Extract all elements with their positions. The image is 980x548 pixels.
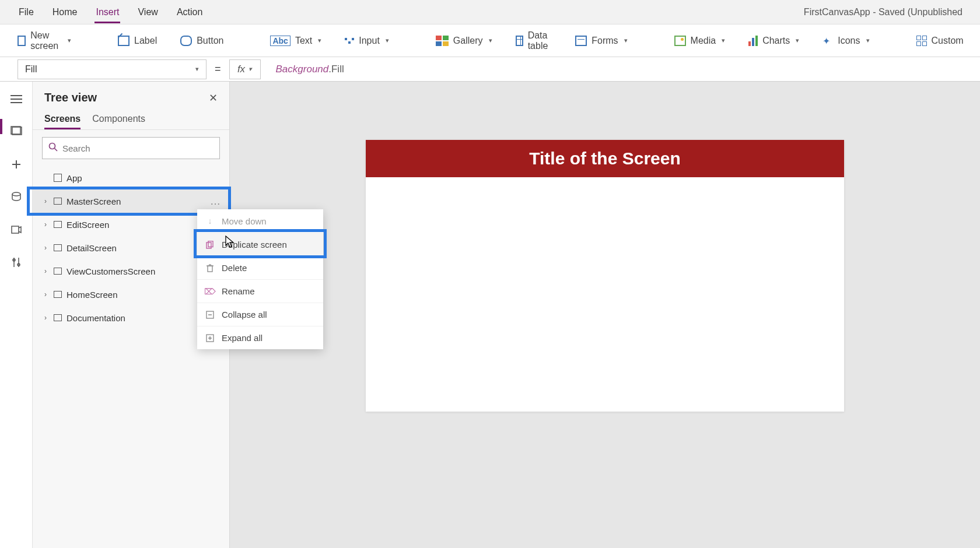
equals-sign: = [215, 63, 221, 75]
screen-icon [54, 244, 62, 251]
new-screen-button[interactable]: New screen ▾ [18, 30, 71, 51]
media-button[interactable]: Media ▾ [674, 36, 726, 46]
charts-button[interactable]: Charts ▾ [748, 36, 799, 46]
screen-canvas[interactable]: Title of the Screen [366, 140, 844, 412]
arrow-down-icon: ↓ [205, 216, 215, 226]
property-select[interactable]: Fill ▾ [18, 59, 206, 79]
label-text: Label [134, 36, 157, 46]
input-label: Input [359, 36, 380, 46]
ctx-delete[interactable]: Delete [197, 256, 323, 279]
ctx-label: Collapse all [222, 310, 267, 319]
expand-icon[interactable]: › [42, 220, 49, 229]
custom-button[interactable]: Custom [916, 36, 964, 46]
text-label: Text [295, 36, 312, 46]
input-button[interactable]: Input ▾ [345, 36, 389, 46]
tree-item-label: DetailScreen [66, 243, 117, 253]
icons-label: Icons [838, 36, 860, 46]
tree-item-label: ViewCustomersScreen [66, 266, 155, 276]
label-button[interactable]: Label [118, 36, 157, 46]
formula-bar: Fill ▾ = fx ▾ Background.Fill [0, 57, 980, 82]
more-options-icon[interactable]: … [210, 195, 221, 208]
datatable-button[interactable]: Data table [516, 30, 552, 51]
button-button[interactable]: Button [180, 36, 223, 46]
search-box[interactable] [42, 137, 220, 159]
search-input[interactable] [62, 143, 214, 153]
icons-icon [822, 36, 833, 46]
chevron-down-icon: ▾ [796, 37, 799, 44]
context-menu: ↓ Move down Duplicate screen Delete ⌦ Re… [197, 209, 323, 349]
gallery-button[interactable]: Gallery ▾ [436, 36, 492, 46]
chevron-down-icon: ▾ [249, 65, 252, 73]
ctx-move-down: ↓ Move down [197, 209, 323, 233]
input-icon [345, 38, 354, 44]
chevron-down-icon: ▾ [318, 37, 321, 44]
ctx-label: Move down [222, 216, 267, 226]
tree-view-icon[interactable] [8, 124, 24, 140]
gallery-icon [436, 36, 449, 46]
expand-icon[interactable]: › [42, 244, 49, 252]
chevron-down-icon: ▾ [722, 37, 725, 44]
menu-insert[interactable]: Insert [94, 1, 120, 23]
canvas-area: Title of the Screen [230, 82, 980, 548]
menu-view[interactable]: View [136, 1, 159, 23]
tree-item-label: EditScreen [66, 220, 109, 230]
tab-components[interactable]: Components [92, 110, 145, 129]
datatable-icon [516, 36, 523, 46]
screen-icon [54, 221, 62, 228]
ctx-expand-all[interactable]: Expand all [197, 326, 323, 349]
label-icon [118, 36, 130, 46]
tab-screens[interactable]: Screens [44, 110, 80, 129]
ctx-rename[interactable]: ⌦ Rename [197, 279, 323, 303]
expand-icon[interactable]: › [42, 290, 49, 298]
data-icon[interactable] [8, 189, 24, 205]
formula-object: Background [276, 64, 329, 75]
chevron-down-icon: ▾ [624, 37, 628, 44]
svg-rect-8 [12, 226, 19, 233]
tree-tabs: Screens Components [33, 110, 229, 130]
close-icon[interactable]: ✕ [209, 92, 218, 104]
trash-icon [205, 264, 215, 273]
gallery-label: Gallery [453, 36, 483, 46]
tree-view-title: Tree view [44, 91, 97, 104]
chevron-down-icon: ▾ [386, 37, 389, 44]
menu-action[interactable]: Action [176, 1, 204, 23]
svg-point-7 [12, 192, 20, 196]
icons-button[interactable]: Icons ▾ [822, 36, 869, 46]
tree-app[interactable]: App [33, 166, 229, 189]
formula-input[interactable]: Background.Fill [269, 59, 963, 79]
media-label: Media [691, 36, 716, 46]
svg-rect-16 [208, 241, 213, 247]
media-icon[interactable] [8, 222, 24, 238]
ctx-duplicate-screen[interactable]: Duplicate screen [197, 233, 323, 256]
media-icon [674, 36, 686, 46]
svg-line-14 [55, 149, 58, 152]
tree-item-label: HomeScreen [66, 290, 118, 300]
expand-icon[interactable]: › [42, 314, 49, 322]
hamburger-icon[interactable] [8, 91, 24, 107]
text-button[interactable]: Abc Text ▾ [270, 36, 321, 46]
tree-item-label: MasterScreen [66, 196, 121, 206]
ctx-label: Duplicate screen [222, 240, 287, 250]
screen-icon [18, 36, 26, 46]
fx-label: fx [237, 64, 245, 75]
search-icon [48, 142, 58, 154]
fx-button[interactable]: fx ▾ [229, 59, 261, 79]
formula-prop: .Fill [328, 64, 344, 75]
menu-bar: File Home Insert View Action FirstCanvas… [0, 0, 980, 24]
new-screen-label: New screen [30, 30, 62, 51]
expand-icon[interactable]: › [42, 197, 49, 205]
tree-item-label: Documentation [66, 313, 125, 323]
forms-button[interactable]: Forms ▾ [575, 36, 627, 46]
svg-rect-17 [208, 266, 212, 272]
button-icon [180, 36, 192, 46]
text-icon: Abc [270, 36, 290, 46]
expand-icon[interactable]: › [42, 267, 49, 275]
ctx-label: Expand all [222, 333, 262, 343]
screen-title-bar[interactable]: Title of the Screen [366, 140, 844, 177]
menu-file[interactable]: File [18, 1, 35, 23]
insert-icon[interactable] [8, 156, 24, 173]
ctx-collapse-all[interactable]: Collapse all [197, 303, 323, 326]
screen-icon [54, 291, 62, 298]
menu-home[interactable]: Home [51, 1, 79, 23]
advanced-tools-icon[interactable] [8, 254, 24, 271]
